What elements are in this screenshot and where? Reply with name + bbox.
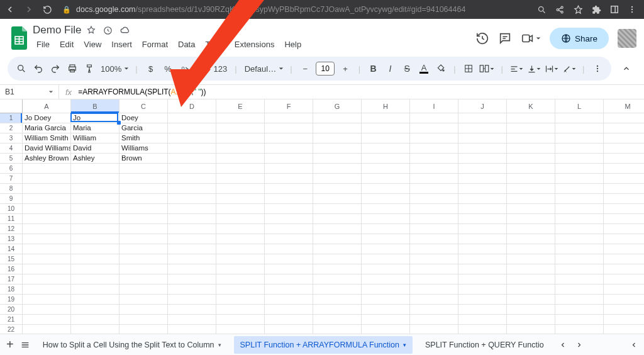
cell[interactable] (216, 174, 265, 184)
cell[interactable] (507, 285, 555, 295)
strike-icon[interactable]: S (401, 60, 414, 77)
cell[interactable] (313, 305, 362, 315)
menu-file[interactable]: File (33, 38, 53, 51)
col-header[interactable]: G (313, 99, 362, 113)
cell[interactable] (555, 164, 604, 174)
cell[interactable] (507, 194, 555, 204)
cell[interactable] (313, 123, 362, 133)
formula-input[interactable]: =ARRAYFORMULA(SPLIT(A1:A5," ")) (78, 87, 644, 96)
cell[interactable] (507, 254, 555, 264)
cell[interactable]: Ashley Brown (23, 154, 71, 164)
cell[interactable] (216, 224, 265, 234)
cell[interactable] (71, 164, 119, 174)
cell[interactable] (23, 224, 71, 234)
font-select[interactable]: Defaul… (243, 64, 284, 74)
cell[interactable] (555, 184, 604, 194)
share-page-icon[interactable] (555, 5, 565, 14)
cell[interactable] (604, 204, 644, 214)
cell[interactable] (555, 174, 604, 184)
cell[interactable] (507, 315, 555, 325)
redo-icon[interactable] (49, 60, 62, 77)
cell[interactable] (458, 305, 507, 315)
cell[interactable]: David (71, 144, 119, 154)
cell[interactable] (168, 315, 216, 325)
cell[interactable] (313, 254, 362, 264)
cell[interactable] (313, 274, 362, 285)
cell[interactable] (216, 194, 265, 204)
cell[interactable]: Williams (119, 144, 168, 154)
cell[interactable] (458, 204, 507, 214)
cell[interactable] (119, 164, 168, 174)
reload-icon[interactable] (43, 5, 52, 14)
extensions-icon[interactable] (592, 5, 601, 14)
cell[interactable] (458, 264, 507, 274)
cell[interactable] (507, 113, 555, 123)
cell[interactable] (313, 164, 362, 174)
row-header[interactable]: 17 (0, 274, 23, 285)
halign-icon[interactable] (509, 60, 523, 77)
cell[interactable] (604, 214, 644, 224)
cell[interactable] (216, 295, 265, 305)
bold-icon[interactable]: B (367, 60, 380, 77)
cell[interactable] (71, 214, 119, 224)
cell[interactable] (410, 234, 458, 244)
explore-icon[interactable] (630, 341, 638, 349)
cell[interactable] (458, 274, 507, 285)
font-size-input[interactable] (316, 62, 335, 76)
cell[interactable] (604, 315, 644, 325)
cell[interactable] (71, 305, 119, 315)
menu-edit[interactable]: Edit (56, 38, 77, 51)
sheets-logo[interactable] (8, 25, 33, 50)
font-size-plus[interactable]: + (338, 60, 352, 77)
cell[interactable] (119, 264, 168, 274)
cell[interactable] (23, 274, 71, 285)
back-icon[interactable] (5, 4, 15, 14)
search-icon[interactable] (537, 5, 547, 14)
col-header[interactable]: L (555, 99, 604, 113)
cell[interactable] (168, 164, 216, 174)
cell[interactable] (216, 133, 265, 144)
cell[interactable] (216, 154, 265, 164)
cell[interactable] (458, 133, 507, 144)
cell[interactable] (555, 305, 604, 315)
cell[interactable] (362, 144, 410, 154)
col-header[interactable]: J (458, 99, 507, 113)
cell[interactable] (313, 154, 362, 164)
col-header[interactable]: E (216, 99, 265, 113)
cell[interactable] (265, 194, 313, 204)
cell[interactable] (168, 204, 216, 214)
col-header[interactable]: D (168, 99, 216, 113)
tab-prev-icon[interactable] (557, 339, 569, 351)
cell[interactable] (168, 305, 216, 315)
row-header[interactable]: 12 (0, 224, 23, 234)
search-menus-icon[interactable] (15, 60, 28, 77)
cell[interactable] (604, 254, 644, 264)
percent-icon[interactable]: % (161, 60, 175, 77)
menu-data[interactable]: Data (174, 38, 199, 51)
sheet-tab-3[interactable]: SPLIT Function + QUERY Functio (419, 336, 550, 354)
cell[interactable] (604, 154, 644, 164)
cell[interactable] (313, 194, 362, 204)
doc-title[interactable]: Demo File (33, 24, 81, 37)
wrap-icon[interactable] (545, 60, 558, 77)
cell[interactable] (555, 264, 604, 274)
cell[interactable] (313, 315, 362, 325)
cell[interactable] (507, 305, 555, 315)
cell[interactable] (604, 123, 644, 133)
cell[interactable] (410, 274, 458, 285)
cell[interactable] (410, 295, 458, 305)
cell[interactable] (555, 133, 604, 144)
more-toolbar-icon[interactable] (591, 60, 604, 77)
meet-icon[interactable] (521, 31, 541, 45)
cell[interactable] (119, 244, 168, 254)
cell[interactable] (362, 305, 410, 315)
cell[interactable] (71, 254, 119, 264)
cell[interactable] (313, 174, 362, 184)
cell[interactable] (265, 164, 313, 174)
cell[interactable] (604, 305, 644, 315)
col-header[interactable]: A (23, 99, 71, 113)
cell[interactable] (23, 305, 71, 315)
menu-insert[interactable]: Insert (108, 38, 136, 51)
cell[interactable] (23, 244, 71, 254)
cell[interactable] (168, 184, 216, 194)
